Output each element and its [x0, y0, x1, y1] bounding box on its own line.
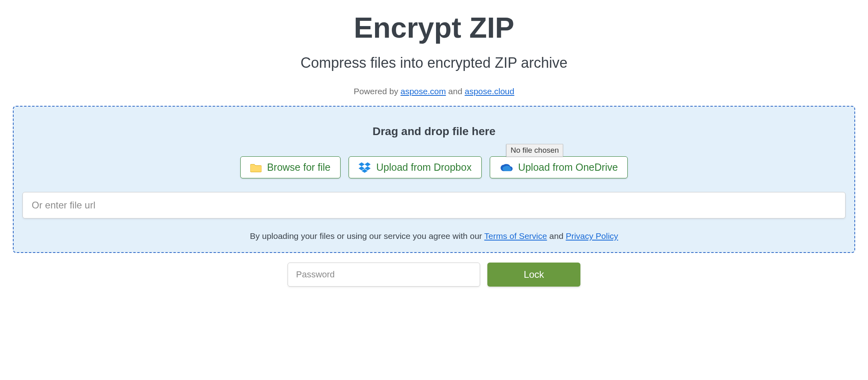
file-url-input[interactable] [22, 192, 846, 218]
dropbox-icon [359, 162, 371, 173]
page-subtitle: Compress files into encrypted ZIP archiv… [12, 55, 856, 71]
agreement-text: By uploading your files or using our ser… [22, 231, 846, 241]
svg-marker-1 [365, 162, 371, 166]
upload-button-row: Browse for file Upload from Dropbox No f… [22, 156, 846, 178]
page-title: Encrypt ZIP [12, 11, 856, 44]
lock-button[interactable]: Lock [487, 263, 580, 287]
terms-of-service-link[interactable]: Terms of Service [484, 231, 547, 241]
browse-file-label: Browse for file [267, 162, 331, 173]
powered-mid: and [446, 87, 465, 96]
folder-icon [250, 163, 262, 172]
powered-prefix: Powered by [354, 87, 401, 96]
powered-by-text: Powered by aspose.com and aspose.cloud [12, 87, 856, 96]
privacy-policy-link[interactable]: Privacy Policy [566, 231, 618, 241]
aspose-com-link[interactable]: aspose.com [401, 87, 446, 96]
aspose-cloud-link[interactable]: aspose.cloud [464, 87, 514, 96]
agree-prefix: By uploading your files or using our ser… [250, 231, 484, 241]
password-input[interactable] [288, 263, 480, 287]
svg-marker-0 [359, 162, 365, 166]
dropzone-title: Drag and drop file here [22, 125, 846, 138]
onedrive-icon [500, 163, 513, 172]
bottom-action-row: Lock [12, 263, 856, 287]
upload-onedrive-label: Upload from OneDrive [518, 162, 618, 173]
upload-dropbox-button[interactable]: Upload from Dropbox [349, 156, 482, 178]
upload-onedrive-button[interactable]: No file chosen Upload from OneDrive [490, 156, 628, 178]
file-dropzone[interactable]: Drag and drop file here Browse for file [13, 106, 855, 253]
file-chosen-tooltip: No file chosen [506, 144, 563, 157]
upload-dropbox-label: Upload from Dropbox [376, 162, 472, 173]
agree-mid: and [547, 231, 566, 241]
browse-file-button[interactable]: Browse for file [240, 156, 341, 178]
